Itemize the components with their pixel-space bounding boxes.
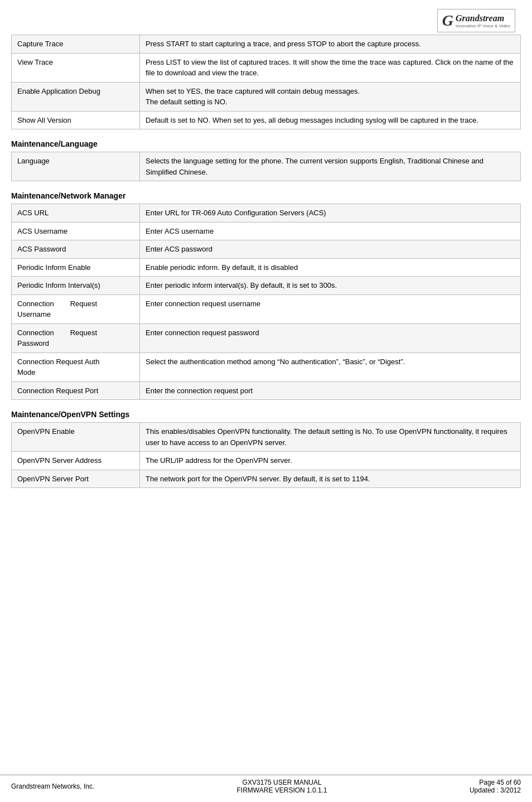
row-label: ACS Password [12,240,140,259]
logo-brand: Grandstream [456,13,510,23]
table-row: OpenVPN EnableThis enables/disables Open… [12,423,521,452]
row-label: Connection Request Port [12,381,140,400]
table-row: Periodic Inform Interval(s)Enter periodi… [12,277,521,295]
table-row: View TracePress LIST to view the list of… [12,53,521,82]
row-label: View Trace [12,53,140,82]
section-heading-2: Maintenance/Network Manager [11,191,521,200]
row-description: This enables/disables OpenVPN functional… [140,423,521,452]
row-description: Enter ACS password [140,240,521,259]
page-wrapper: G Grandstream Innovative IP Voice & Vide… [0,0,532,532]
table-row: ACS UsernameEnter ACS username [12,222,521,240]
table-row: ACS PasswordEnter ACS password [12,240,521,259]
table-row: Connection Request PortEnter the connect… [12,381,521,400]
row-description: Enter ACS username [140,222,521,240]
section-table-2: ACS URLEnter URL for TR-069 Auto Configu… [11,204,521,400]
logo-area: G Grandstream Innovative IP Voice & Vide… [11,6,521,35]
table-row: Show All VersionDefault is set to NO. Wh… [12,111,521,129]
footer-center-line1: GXV3175 USER MANUAL [237,779,327,786]
row-description: Default is set to NO. When set to yes, a… [140,111,521,129]
row-label: ACS URL [12,204,140,223]
row-label: Connection Request Auth Mode [12,352,140,381]
footer-right-line1: Page 45 of 60 [470,779,521,786]
section-table-0: Capture TracePress START to start captur… [11,35,521,129]
section-table-3: OpenVPN EnableThis enables/disables Open… [11,422,521,488]
table-row: LanguageSelects the language setting for… [12,152,521,181]
footer-center-line2: FIRMWARE VERSION 1.0.1.1 [237,786,327,794]
table-row: Enable Application DebugWhen set to YES,… [12,82,521,111]
table-row: Connection Request UsernameEnter connect… [12,294,521,323]
footer: Grandstream Networks, Inc. GXV3175 USER … [0,775,532,794]
row-label: Connection Request Password [12,323,140,352]
row-description: Enable periodic inform. By default, it i… [140,258,521,277]
row-label: Show All Version [12,111,140,129]
row-description: Enter URL for TR-069 Auto Configuration … [140,204,521,223]
row-label: Enable Application Debug [12,82,140,111]
logo-tagline: Innovative IP Voice & Video [456,23,510,28]
table-row: Connection Request Auth ModeSelect the a… [12,352,521,381]
row-description: Enter connection request username [140,294,521,323]
row-label: Language [12,152,140,181]
table-row: Periodic Inform EnableEnable periodic in… [12,258,521,277]
row-description: The network port for the OpenVPN server.… [140,470,521,488]
table-row: OpenVPN Server AddressThe URL/IP address… [12,452,521,470]
table-row: OpenVPN Server PortThe network port for … [12,470,521,488]
row-label: Periodic Inform Enable [12,258,140,277]
row-description: Enter periodic inform interval(s). By de… [140,277,521,295]
row-label: Connection Request Username [12,294,140,323]
section-table-1: LanguageSelects the language setting for… [11,152,521,181]
footer-right-line2: Updated : 3/2012 [470,786,521,794]
table-row: Connection Request PasswordEnter connect… [12,323,521,352]
footer-left: Grandstream Networks, Inc. [11,782,94,790]
row-label: Capture Trace [12,35,140,54]
logo-box: G Grandstream Innovative IP Voice & Vide… [437,9,515,32]
row-label: ACS Username [12,222,140,240]
row-description: The URL/IP address for the OpenVPN serve… [140,452,521,470]
table-row: ACS URLEnter URL for TR-069 Auto Configu… [12,204,521,223]
row-description: When set to YES, the trace captured will… [140,82,521,111]
row-description: Press LIST to view the list of captured … [140,53,521,82]
row-label: OpenVPN Enable [12,423,140,452]
row-label: OpenVPN Server Address [12,452,140,470]
row-label: Periodic Inform Interval(s) [12,277,140,295]
row-description: Press START to start capturing a trace, … [140,35,521,54]
row-description: Selects the language setting for the pho… [140,152,521,181]
row-label: OpenVPN Server Port [12,470,140,488]
row-description: Select the authentication method among “… [140,352,521,381]
row-description: Enter connection request password [140,323,521,352]
sections-container: Capture TracePress START to start captur… [11,35,521,488]
logo-text-area: Grandstream Innovative IP Voice & Video [456,13,510,28]
logo-g-icon: G [442,12,453,30]
section-heading-3: Maintenance/OpenVPN Settings [11,410,521,419]
footer-right: Page 45 of 60 Updated : 3/2012 [470,779,521,794]
row-description: Enter the connection request port [140,381,521,400]
table-row: Capture TracePress START to start captur… [12,35,521,54]
section-heading-1: Maintenance/Language [11,139,521,148]
footer-center: GXV3175 USER MANUAL FIRMWARE VERSION 1.0… [237,779,327,794]
